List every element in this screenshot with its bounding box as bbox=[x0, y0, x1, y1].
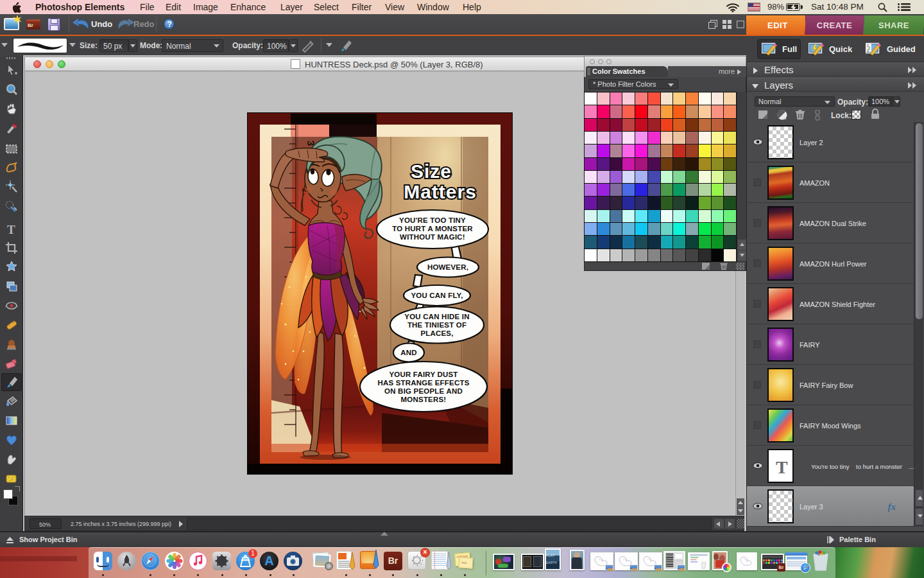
svg-text:ON BIG PEOPLE AND: ON BIG PEOPLE AND bbox=[384, 387, 463, 395]
svg-text:3: 3 bbox=[867, 49, 869, 53]
svg-text:TO HURT A MONSTER: TO HURT A MONSTER bbox=[392, 225, 473, 232]
svg-text:THE TINIEST OF: THE TINIEST OF bbox=[407, 321, 466, 329]
svg-text:MONSTERS!: MONSTERS! bbox=[401, 396, 447, 403]
svg-text:YOU'RE TOO TINY: YOU'RE TOO TINY bbox=[399, 216, 466, 224]
svg-text:T: T bbox=[7, 223, 15, 236]
svg-text:WITHOUT MAGIC!: WITHOUT MAGIC! bbox=[400, 233, 465, 241]
svg-text:YOUR FAIRY DUST: YOUR FAIRY DUST bbox=[389, 371, 458, 378]
svg-text:YOU CAN FLY,: YOU CAN FLY, bbox=[411, 292, 463, 299]
svg-text:AND: AND bbox=[400, 349, 417, 356]
svg-text:HOWEVER,: HOWEVER, bbox=[427, 263, 468, 271]
svg-text:PLACES,: PLACES, bbox=[420, 329, 453, 337]
svg-text:HAS STRANGE EFFECTS: HAS STRANGE EFFECTS bbox=[377, 379, 469, 387]
svg-text:Matters: Matters bbox=[404, 181, 477, 202]
svg-text:YOU CAN HIDE IN: YOU CAN HIDE IN bbox=[404, 313, 469, 320]
svg-text:Size: Size bbox=[411, 161, 452, 182]
